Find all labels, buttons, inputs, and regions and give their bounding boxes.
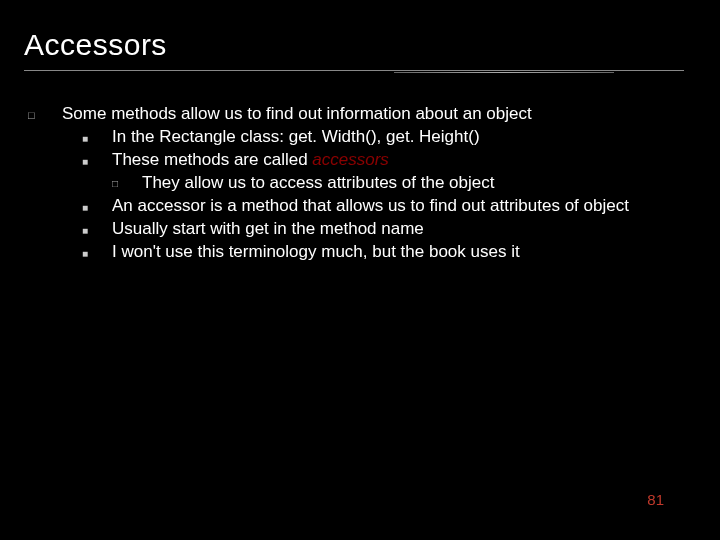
square-bullet-icon: ■ <box>82 149 112 172</box>
slide-title: Accessors <box>24 28 696 62</box>
list-item: ■ I won't use this terminology much, but… <box>62 241 696 264</box>
subsub-text: They allow us to access attributes of th… <box>142 172 696 195</box>
title-rule-accent <box>394 72 614 73</box>
sub-text: These methods are called accessors <box>112 149 696 172</box>
list-item: □ They allow us to access attributes of … <box>62 172 696 195</box>
intro-text: Some methods allow us to find out inform… <box>62 103 696 126</box>
square-bullet-outline-icon: □ <box>112 172 142 195</box>
slide: Accessors □ Some methods allow us to fin… <box>0 0 720 540</box>
list-item: ■ Usually start with get in the method n… <box>62 218 696 241</box>
sub-text: In the Rectangle class: get. Width(), ge… <box>112 126 696 149</box>
content-area: □ Some methods allow us to find out info… <box>24 103 696 264</box>
accent-word: accessors <box>312 150 389 169</box>
sub-text: An accessor is a method that allows us t… <box>112 195 696 218</box>
sub-text: Usually start with get in the method nam… <box>112 218 696 241</box>
page-number: 81 <box>647 491 664 508</box>
list-item: ■ An accessor is a method that allows us… <box>62 195 696 218</box>
list-item: □ Some methods allow us to find out info… <box>28 103 696 264</box>
list-item: ■ These methods are called accessors <box>62 149 696 172</box>
list-body: Some methods allow us to find out inform… <box>62 103 696 264</box>
square-bullet-icon: ■ <box>82 126 112 149</box>
square-bullet-icon: ■ <box>82 241 112 264</box>
list-item: ■ In the Rectangle class: get. Width(), … <box>62 126 696 149</box>
title-rule <box>24 70 684 71</box>
square-bullet-outline-icon: □ <box>28 103 62 264</box>
square-bullet-icon: ■ <box>82 195 112 218</box>
title-area: Accessors <box>24 28 696 85</box>
sub-text-pre: These methods are called <box>112 150 312 169</box>
square-bullet-icon: ■ <box>82 218 112 241</box>
sub-text: I won't use this terminology much, but t… <box>112 241 696 264</box>
